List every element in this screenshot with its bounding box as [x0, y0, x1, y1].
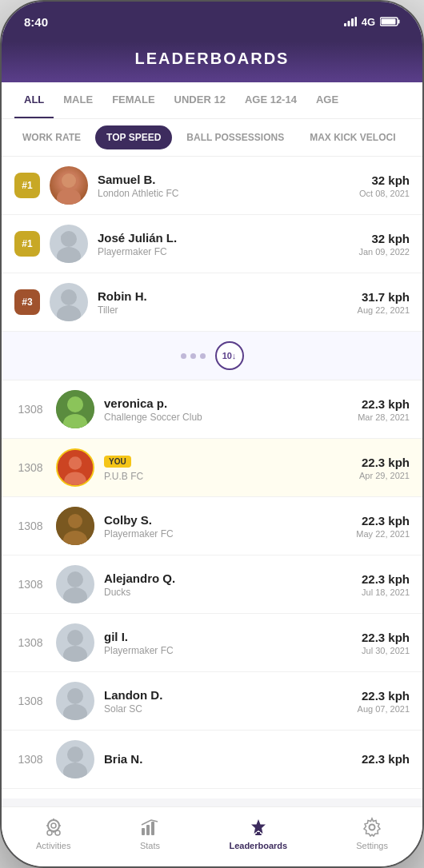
- player-name: gil I.: [104, 630, 352, 643]
- nav-item-leaderboards[interactable]: Leaderboards: [229, 817, 287, 850]
- player-name: Samuel B.: [98, 173, 350, 186]
- table-row[interactable]: #3 Robin H. Tiller 31.7 kph Aug 22, 2021: [2, 273, 422, 332]
- table-row[interactable]: #1 José Julián L. Playermaker FC 32 kph …: [2, 215, 422, 273]
- settings-icon: [362, 817, 382, 838]
- svg-point-39: [55, 830, 60, 835]
- you-badge: YOU: [104, 456, 131, 468]
- filter-tab-age[interactable]: AGE: [306, 82, 348, 118]
- table-row[interactable]: 1308 Landon D. Solar SC 22.3 kph Aug 07,…: [2, 672, 422, 731]
- svg-rect-6: [382, 19, 396, 25]
- svg-point-11: [57, 247, 81, 263]
- table-row[interactable]: #1 Samuel B. London Athletic FC 32 kph O…: [2, 157, 422, 215]
- svg-rect-2: [351, 18, 354, 26]
- avatar: [56, 507, 94, 545]
- svg-point-29: [63, 704, 87, 720]
- player-info: Robin H. Tiller: [98, 289, 348, 316]
- table-row[interactable]: 1308 YOU P.U.B FC 22.3 kph Apr 29, 2021: [2, 439, 422, 497]
- dot-3: [200, 353, 206, 359]
- rank-number: 1308: [14, 695, 46, 707]
- score-info: 31.7 kph Aug 22, 2021: [358, 290, 410, 315]
- rank-badge-1b: #1: [14, 231, 40, 257]
- player-name: José Julián L.: [98, 231, 349, 245]
- metric-tab-topspeed[interactable]: TOP SPEED: [95, 125, 172, 149]
- table-row[interactable]: 1308 gil I. Playermaker FC 22.3 kph Jul …: [2, 614, 422, 672]
- filter-tab-all[interactable]: ALL: [14, 82, 54, 118]
- table-row[interactable]: 1308 veronica p. Challenge Soccer Club 2…: [2, 380, 422, 439]
- filter-tab-under12[interactable]: UNDER 12: [165, 82, 235, 118]
- score-info: 22.3 kph: [362, 752, 410, 767]
- player-name: Colby S.: [104, 513, 346, 527]
- bottom-navigation: Activities Stats Leaderbo: [2, 806, 422, 866]
- score-date: Jul 18, 2021: [362, 587, 410, 597]
- header: LEADERBOARDS: [2, 42, 422, 82]
- separator-dots: [181, 353, 206, 359]
- score-info: 32 kph Jan 09, 2022: [358, 232, 410, 257]
- nav-item-stats[interactable]: Stats: [139, 817, 160, 850]
- rank-number: 1308: [14, 578, 46, 591]
- score-info: 22.3 kph Aug 07, 2021: [358, 689, 410, 714]
- metric-tab-maxkick[interactable]: MAX KICK VELOCI: [298, 125, 406, 149]
- nav-item-activities[interactable]: Activities: [36, 817, 70, 850]
- player-info: José Julián L. Playermaker FC: [98, 231, 349, 257]
- page-title: LEADERBOARDS: [2, 50, 422, 68]
- player-team: Solar SC: [104, 703, 348, 715]
- player-team: Playermaker FC: [104, 528, 346, 540]
- svg-point-22: [68, 514, 82, 528]
- player-name: Robin H.: [98, 289, 348, 303]
- avatar: [56, 740, 94, 778]
- svg-point-38: [47, 830, 52, 835]
- leaderboards-icon: [248, 817, 269, 838]
- filter-tab-female[interactable]: FEMALE: [102, 82, 164, 118]
- table-row[interactable]: 1308 Colby S. Playermaker FC 22.3 kph Ma…: [2, 497, 422, 555]
- avatar: [50, 225, 88, 263]
- nav-label-stats: Stats: [140, 841, 160, 850]
- score-value: 22.3 kph: [356, 514, 410, 528]
- nav-item-settings[interactable]: Settings: [356, 817, 388, 850]
- rank-number: 1308: [14, 403, 46, 416]
- svg-point-13: [61, 289, 77, 305]
- table-row[interactable]: 1308 Bria N. 22.3 kph: [2, 731, 422, 789]
- scroll-badge[interactable]: 10↓: [215, 341, 244, 370]
- metric-tab-workrate[interactable]: WORK RATE: [11, 125, 92, 149]
- metric-tab-ballpos[interactable]: BALL POSSESSIONS: [175, 125, 295, 149]
- rank-number: 1308: [14, 753, 46, 766]
- rank-number: 1308: [14, 520, 46, 532]
- filter-tab-age1214[interactable]: AGE 12-14: [235, 82, 306, 118]
- svg-point-24: [67, 571, 83, 587]
- svg-point-16: [67, 396, 83, 412]
- avatar: [56, 623, 94, 662]
- svg-rect-3: [354, 17, 357, 26]
- player-info: YOU P.U.B FC: [104, 453, 350, 482]
- rank-number: 1308: [14, 461, 46, 474]
- svg-point-8: [57, 189, 81, 205]
- player-info: Alejandro Q. Ducks: [104, 571, 352, 598]
- score-info: 32 kph Oct 08, 2021: [359, 173, 410, 198]
- svg-point-28: [67, 688, 83, 704]
- svg-point-9: [62, 173, 76, 188]
- rank-badge-1: #1: [14, 173, 40, 198]
- nav-label-leaderboards: Leaderboards: [229, 841, 287, 850]
- score-date: Jan 09, 2022: [358, 247, 410, 257]
- status-bar: 8:40 4G: [2, 2, 422, 42]
- metric-tabs: WORK RATE TOP SPEED BALL POSSESSIONS MAX…: [2, 119, 422, 157]
- svg-rect-40: [142, 828, 145, 835]
- dot-1: [181, 353, 186, 359]
- player-name: Landon D.: [104, 688, 348, 702]
- score-date: Mar 28, 2021: [358, 412, 410, 422]
- dot-2: [190, 353, 196, 359]
- player-info: Colby S. Playermaker FC: [104, 513, 346, 540]
- score-value: 22.3 kph: [358, 689, 410, 703]
- svg-rect-0: [344, 23, 346, 26]
- avatar: [50, 283, 88, 321]
- table-row[interactable]: 1308 Alejandro Q. Ducks 22.3 kph Jul 18,…: [2, 555, 422, 614]
- svg-point-25: [63, 587, 87, 603]
- avatar: [56, 565, 94, 603]
- score-value: 22.3 kph: [359, 456, 410, 469]
- player-info: Bria N.: [104, 752, 352, 767]
- score-info: 22.3 kph Jul 18, 2021: [362, 572, 410, 597]
- stats-icon: [139, 817, 160, 838]
- list-separator: 10↓: [2, 332, 422, 380]
- svg-point-33: [51, 823, 56, 828]
- filter-tab-male[interactable]: MALE: [54, 82, 102, 118]
- score-info: 22.3 kph Mar 28, 2021: [358, 397, 410, 422]
